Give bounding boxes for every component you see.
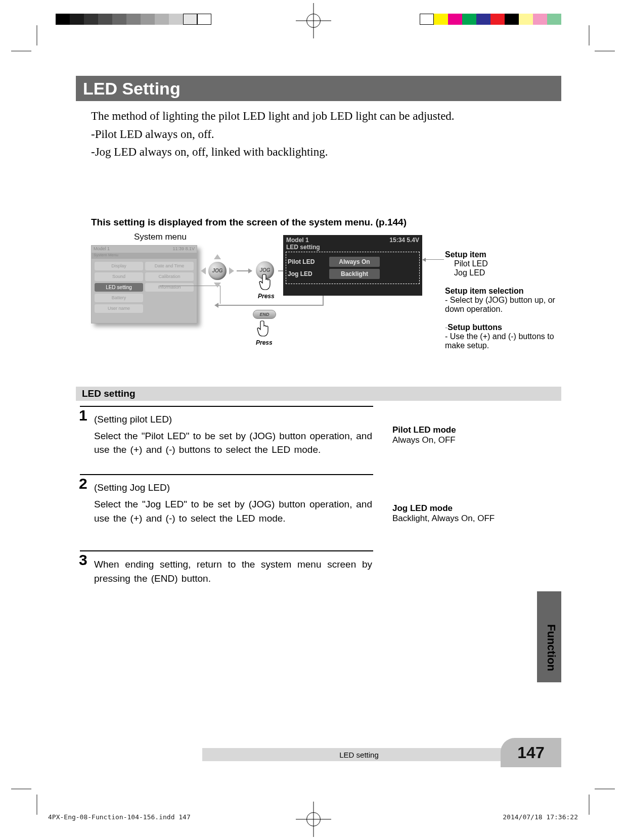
lcd-screen-name: LED setting xyxy=(285,244,421,251)
lcd-status: 15:34 5.4V xyxy=(389,237,419,244)
lcd-model: Model 1 xyxy=(286,237,309,244)
intro-line: The method of lighting the pilot LED lig… xyxy=(91,107,557,125)
step-number: 2 xyxy=(79,475,87,492)
connector-line xyxy=(323,296,324,306)
connector-line xyxy=(218,305,324,306)
slug-right: 2014/07/18 17:36:22 xyxy=(503,813,578,821)
section-heading: LED setting xyxy=(76,387,561,401)
annot-text: Jog LED xyxy=(445,268,571,277)
printer-grayscale-bar xyxy=(56,14,211,25)
sysmenu-cell: Information xyxy=(145,283,194,292)
printer-color-bar xyxy=(420,14,561,25)
annot-text: - Use the (+) and (-) buttons to make se… xyxy=(445,332,571,350)
page-number: 147 xyxy=(501,738,561,767)
side-note-text: Backlight, Always On, OFF xyxy=(392,514,529,524)
press-label: Press xyxy=(256,339,273,346)
step-2: 2 (Setting Jog LED) Select the "Jog LED"… xyxy=(79,474,561,525)
step-title: (Setting pilot LED) xyxy=(94,410,561,425)
step-body: Select the "Jog LED" to be set by (JOG) … xyxy=(94,497,372,525)
crop-mark xyxy=(21,779,47,805)
annotation-block: Setup item Pilot LED Jog LED Setup item … xyxy=(445,250,571,359)
sysmenu-cell: User name xyxy=(95,304,143,313)
system-menu-screenshot: Model 111:39 8.1V System Menu DisplayDat… xyxy=(91,245,197,323)
footer-label: LED setting xyxy=(202,748,516,761)
intro-line: -Jog LED always on, off, linked with bac… xyxy=(91,143,557,161)
sysmenu-cell: Date and Time xyxy=(145,262,194,270)
side-note-heading: Jog LED mode xyxy=(392,503,529,514)
crop-mark xyxy=(579,35,605,61)
subheading: This setting is displayed from the scree… xyxy=(91,217,561,228)
intro-line: -Pilot LED always on, off. xyxy=(91,125,557,144)
page-title: LED Setting xyxy=(76,76,561,101)
step-1: 1 (Setting pilot LED) Select the "Pilot … xyxy=(79,406,561,457)
function-tab-label: Function xyxy=(545,624,558,671)
annot-heading: Setup buttons xyxy=(448,323,502,332)
connector-line xyxy=(220,286,220,304)
intro-text: The method of lighting the pilot LED lig… xyxy=(76,101,561,161)
press-label: Press xyxy=(258,293,275,300)
arrow-icon xyxy=(237,270,252,271)
lcd-row-value: Backlight xyxy=(329,269,380,279)
sysmenu-cell: Calibration xyxy=(145,272,194,281)
side-note-heading: Pilot LED mode xyxy=(392,425,529,435)
annot-heading: Setup item selection xyxy=(445,287,571,296)
lcd-row-label: Jog LED xyxy=(288,270,320,277)
end-button-icon: END xyxy=(253,310,276,319)
lcd-screenshot: Model 115:34 5.4V LED setting Pilot LEDA… xyxy=(283,235,422,296)
lcd-row-label: Pilot LED xyxy=(288,258,320,265)
lcd-row-value: Always On xyxy=(329,257,380,267)
annot-text: - Select by (JOG) button up, or down ope… xyxy=(445,296,571,314)
callout-line xyxy=(423,259,444,260)
side-note-text: Always On, OFF xyxy=(392,435,529,445)
step-number: 1 xyxy=(79,407,87,424)
sysmenu-cell: Sound xyxy=(95,272,143,281)
annot-heading: Setup item xyxy=(445,250,571,259)
sysmenu-cell: Battery xyxy=(95,294,143,302)
jog-diamond: JOG xyxy=(201,254,234,288)
step-body: When ending setting, return to the syste… xyxy=(94,554,372,585)
registration-mark-top xyxy=(296,3,331,38)
jog-dial-icon: JOG xyxy=(208,262,227,280)
annot-text: Pilot LED xyxy=(445,259,571,268)
sm-head: System Menu xyxy=(92,253,197,259)
crop-mark xyxy=(579,779,605,805)
sm-clock: 11:39 8.1V xyxy=(172,246,195,252)
sysmenu-cell: LED setting xyxy=(95,283,143,292)
arrow-icon xyxy=(214,303,218,308)
sysmenu-caption: System menu xyxy=(134,232,187,242)
crop-mark xyxy=(21,35,47,61)
step-body: Select the "Pilot LED" to be set by (JOG… xyxy=(94,429,372,457)
slug-left: 4PX-Eng-08-Function-104-156.indd 147 xyxy=(48,813,191,821)
navigation-diagram: System menu Model 111:39 8.1V System Men… xyxy=(91,235,561,366)
registration-mark-bottom xyxy=(296,802,331,837)
sm-model: Model 1 xyxy=(94,246,110,252)
hand-press-icon xyxy=(259,273,274,292)
sysmenu-cell: Display xyxy=(95,262,143,270)
step-3: 3 When ending setting, return to the sys… xyxy=(79,550,561,585)
step-number: 3 xyxy=(79,551,87,569)
hand-press-icon xyxy=(257,320,272,338)
step-title: (Setting Jog LED) xyxy=(94,478,561,493)
